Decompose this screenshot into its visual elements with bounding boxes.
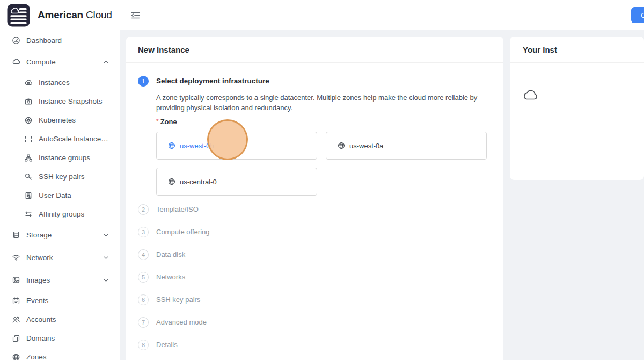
wizard-step-2: 2 Template/ISO [138,204,492,215]
chevron-up-icon [103,59,109,65]
sidebar-item-dashboard[interactable]: Dashboard [0,30,120,51]
wizard-step-4: 4 Data disk [138,249,492,260]
sidebar-item-label: Network [26,254,97,262]
wizard-step-7: 7 Advanced mode [138,317,492,328]
chevron-down-icon [103,232,109,238]
menu-fold-icon[interactable] [130,10,141,20]
topbar: C [120,0,644,30]
zone-option-us-west-0a[interactable]: us-west-0a [326,132,487,160]
sidebar-item-domains[interactable]: Domains [0,329,120,348]
wizard-step-8: 8 Details [138,340,492,350]
sidebar-item-label: Instance Snapshots [39,97,109,105]
zone-name: us-central-0 [180,178,217,186]
wizard-steps: 1 Select deployment infrastructure A zon… [126,63,503,350]
user-data-icon [24,191,33,200]
storage-icon [12,231,20,239]
content-area: New Instance 1 Select deployment infrast… [120,30,644,360]
sidebar-item-label: AutoScale Instance Gr... [39,135,109,143]
globe-icon [168,178,175,185]
sidebar-item-label: Kubernetes [39,116,109,124]
zones-globe-icon [12,353,20,360]
step-label: Compute offering [156,227,210,237]
wizard-step-6: 6 SSH key pairs [138,294,492,305]
sidebar-nav: Dashboard Compute Instances Ins [0,30,120,360]
sidebar-item-label: Accounts [26,315,109,323]
sidebar-item-events[interactable]: Events [0,291,120,310]
step-label: Details [156,340,178,350]
instances-icon [24,78,33,87]
sidebar-item-label: Images [26,276,97,284]
sidebar-item-label: Dashboard [26,37,109,45]
sidebar-item-label: Zones [26,353,109,360]
panel-divider [525,120,644,120]
sidebar-item-storage[interactable]: Storage [0,224,120,246]
wizard-step-5: 5 Networks [138,272,492,283]
wizard-step-3: 3 Compute offering [138,227,492,237]
sidebar-item-autoscale-instance-groups[interactable]: AutoScale Instance Gr... [0,129,120,148]
sidebar-item-zones[interactable]: Zones [0,348,120,360]
step-badge: 5 [138,272,149,283]
globe-icon [168,142,175,149]
main-region: C New Instance 1 Select deployment infra… [120,0,644,360]
american-cloud-logo [7,4,30,27]
sidebar-item-network[interactable]: Network [0,246,120,269]
zone-name: us-west-0b [180,142,214,150]
globe-icon [338,142,345,149]
zone-option-us-central-0[interactable]: us-central-0 [156,168,317,196]
step-badge: 8 [138,340,149,350]
cloud-icon [12,57,20,66]
page-title: New Instance [126,37,503,63]
sidebar-item-kubernetes[interactable]: Kubernetes [0,111,120,129]
new-instance-card: New Instance 1 Select deployment infrast… [126,37,503,360]
sidebar: American Cloud Dashboard Compute Instanc… [0,0,120,360]
ssh-key-icon [24,172,33,181]
zone-field-label: *Zone [156,117,492,127]
sidebar-item-label: Events [26,297,109,305]
images-icon [12,276,20,284]
sidebar-item-accounts[interactable]: Accounts [0,310,120,329]
sidebar-item-ssh-key-pairs[interactable]: SSH key pairs [0,167,120,186]
step-label: SSH key pairs [156,294,200,305]
wizard-step-1: 1 Select deployment infrastructure A zon… [138,76,492,196]
step-label: Networks [156,272,185,283]
required-mark: * [156,118,159,125]
sidebar-item-label: Instances [39,78,109,87]
step-badge: 3 [138,227,149,237]
zone-option-us-west-0b[interactable]: us-west-0b [156,132,317,160]
kubernetes-icon [24,116,33,125]
sidebar-item-label: Compute [26,58,97,66]
sidebar-item-instances[interactable]: Instances [0,73,120,92]
sidebar-item-user-data[interactable]: User Data [0,186,120,205]
your-instance-body [510,63,644,120]
domains-icon [12,334,20,343]
sidebar-item-instance-snapshots[interactable]: Instance Snapshots [0,92,120,111]
step-title: Select deployment infrastructure [156,76,492,87]
step-badge: 6 [138,294,149,305]
step-badge: 7 [138,317,149,328]
sidebar-item-instance-groups[interactable]: Instance groups [0,148,120,167]
sidebar-item-affinity-groups[interactable]: Affinity groups [0,205,120,224]
sidebar-item-label: Storage [26,231,97,239]
step-label: Template/ISO [156,204,199,215]
step-badge: 4 [138,249,149,260]
dashboard-icon [12,36,20,45]
zone-options: us-west-0b us-west-0a [156,132,492,196]
your-instance-panel: Your Inst [510,37,644,180]
sidebar-item-images[interactable]: Images [0,269,120,291]
chevron-down-icon [103,277,109,283]
sidebar-item-label: Domains [26,334,109,342]
step-badge: 2 [138,204,149,215]
sidebar-item-label: Affinity groups [39,210,109,218]
affinity-icon [24,210,33,219]
zone-description: A zone typically corresponds to a single… [156,92,492,113]
sidebar-item-label: SSH key pairs [39,172,109,181]
camera-icon [24,97,33,106]
brand-header: American Cloud [0,0,120,30]
sidebar-item-label: User Data [39,191,109,199]
step-label: Advanced mode [156,317,207,328]
sidebar-item-compute[interactable]: Compute [0,51,120,73]
step-label: Data disk [156,249,185,260]
create-instance-button[interactable]: C [631,7,644,23]
events-calendar-icon [12,297,20,305]
chevron-down-icon [103,255,109,261]
